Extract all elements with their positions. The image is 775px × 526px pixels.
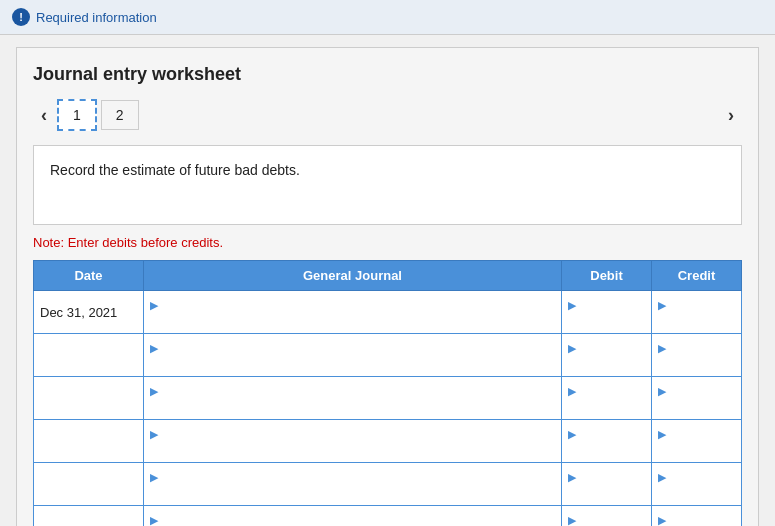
credit-input-3[interactable]: [658, 442, 735, 457]
required-info-bar: ! Required information: [0, 0, 775, 35]
journal-input-2[interactable]: [150, 399, 555, 414]
date-cell-5: [34, 506, 144, 527]
debit-input-1[interactable]: [568, 356, 645, 371]
journal-input-0[interactable]: [150, 313, 555, 328]
journal-cell-0[interactable]: ▶: [144, 291, 562, 334]
credit-input-2[interactable]: [658, 399, 735, 414]
date-cell-3: [34, 420, 144, 463]
debit-input-4[interactable]: [568, 485, 645, 500]
debit-cell-4[interactable]: ▶: [562, 463, 652, 506]
credit-input-4[interactable]: [658, 485, 735, 500]
header-credit: Credit: [652, 261, 742, 291]
debit-cell-1[interactable]: ▶: [562, 334, 652, 377]
arrow-icon: ▶: [150, 342, 158, 354]
header-journal: General Journal: [144, 261, 562, 291]
table-row: ▶▶▶: [34, 420, 742, 463]
header-date: Date: [34, 261, 144, 291]
debit-cell-3[interactable]: ▶: [562, 420, 652, 463]
prev-tab-button[interactable]: ‹: [33, 101, 55, 130]
arrow-icon: ▶: [658, 428, 666, 440]
credit-input-0[interactable]: [658, 313, 735, 328]
debit-input-0[interactable]: [568, 313, 645, 328]
journal-cell-1[interactable]: ▶: [144, 334, 562, 377]
note-text: Note: Enter debits before credits.: [33, 235, 742, 250]
arrow-icon: ▶: [150, 471, 158, 483]
tabs-row: ‹ 1 2 ›: [33, 99, 742, 131]
arrow-icon: ▶: [568, 514, 576, 526]
journal-input-4[interactable]: [150, 485, 555, 500]
arrow-icon: ▶: [658, 342, 666, 354]
date-cell-0: Dec 31, 2021: [34, 291, 144, 334]
journal-input-1[interactable]: [150, 356, 555, 371]
header-debit: Debit: [562, 261, 652, 291]
credit-cell-2[interactable]: ▶: [652, 377, 742, 420]
journal-cell-5[interactable]: ▶: [144, 506, 562, 527]
description-text: Record the estimate of future bad debts.: [50, 162, 300, 178]
arrow-icon: ▶: [568, 428, 576, 440]
journal-input-3[interactable]: [150, 442, 555, 457]
credit-cell-0[interactable]: ▶: [652, 291, 742, 334]
debit-input-2[interactable]: [568, 399, 645, 414]
credit-input-1[interactable]: [658, 356, 735, 371]
journal-cell-4[interactable]: ▶: [144, 463, 562, 506]
tab-1[interactable]: 1: [57, 99, 97, 131]
credit-cell-3[interactable]: ▶: [652, 420, 742, 463]
debit-cell-5[interactable]: ▶: [562, 506, 652, 527]
arrow-icon: ▶: [658, 385, 666, 397]
table-row: ▶▶▶: [34, 334, 742, 377]
date-cell-2: [34, 377, 144, 420]
table-row: ▶▶▶: [34, 377, 742, 420]
next-tab-button[interactable]: ›: [720, 101, 742, 130]
worksheet-container: Journal entry worksheet ‹ 1 2 › Record t…: [16, 47, 759, 526]
arrow-icon: ▶: [658, 299, 666, 311]
date-cell-4: [34, 463, 144, 506]
debit-input-3[interactable]: [568, 442, 645, 457]
date-cell-1: [34, 334, 144, 377]
journal-table: Date General Journal Debit Credit Dec 31…: [33, 260, 742, 526]
table-row: ▶▶▶: [34, 463, 742, 506]
arrow-icon: ▶: [658, 471, 666, 483]
arrow-icon: ▶: [658, 514, 666, 526]
table-row: Dec 31, 2021▶▶▶: [34, 291, 742, 334]
journal-cell-3[interactable]: ▶: [144, 420, 562, 463]
credit-cell-4[interactable]: ▶: [652, 463, 742, 506]
main-content: Journal entry worksheet ‹ 1 2 › Record t…: [0, 35, 775, 526]
debit-cell-2[interactable]: ▶: [562, 377, 652, 420]
arrow-icon: ▶: [568, 471, 576, 483]
credit-cell-1[interactable]: ▶: [652, 334, 742, 377]
credit-cell-5[interactable]: ▶: [652, 506, 742, 527]
arrow-icon: ▶: [150, 299, 158, 311]
table-row: ▶▶▶: [34, 506, 742, 527]
arrow-icon: ▶: [568, 385, 576, 397]
arrow-icon: ▶: [150, 514, 158, 526]
journal-cell-2[interactable]: ▶: [144, 377, 562, 420]
debit-cell-0[interactable]: ▶: [562, 291, 652, 334]
arrow-icon: ▶: [150, 385, 158, 397]
tab-2[interactable]: 2: [101, 100, 139, 130]
arrow-icon: ▶: [150, 428, 158, 440]
arrow-icon: ▶: [568, 299, 576, 311]
required-info-label: Required information: [36, 10, 157, 25]
description-box: Record the estimate of future bad debts.: [33, 145, 742, 225]
info-icon: !: [12, 8, 30, 26]
arrow-icon: ▶: [568, 342, 576, 354]
worksheet-title: Journal entry worksheet: [33, 64, 742, 85]
